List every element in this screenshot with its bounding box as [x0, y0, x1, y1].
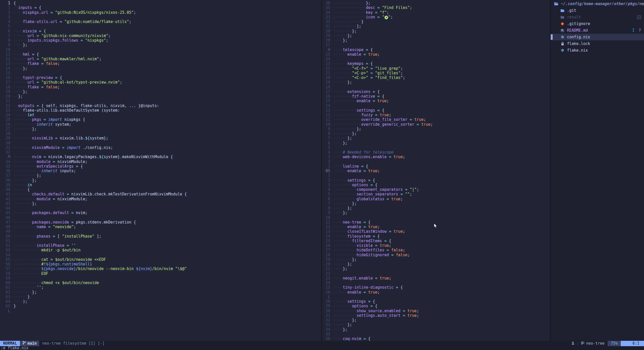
code-line[interactable]: 7········};: [322, 201, 550, 206]
code-line[interactable]: 6····};: [322, 141, 550, 145]
code-line[interactable]: 14······filesystem = {: [322, 234, 550, 239]
command-line[interactable]: :e flake.nix: [0, 346, 644, 350]
code-line[interactable]: 20··};: [0, 94, 321, 99]
code-line[interactable]: 53············mkdir -p $out/bin: [0, 248, 321, 252]
code-line[interactable]: L: [322, 295, 550, 299]
code-line[interactable]: H····telescope = {: [322, 48, 550, 52]
code-line[interactable]: 30: [0, 141, 321, 145]
code-line[interactable]: 15··········enable = true;: [322, 99, 550, 103]
code-line[interactable]: 10············override_generic_sorter = …: [322, 122, 550, 127]
code-line[interactable]: 44: [0, 206, 321, 211]
code-line[interactable]: 2······settings = {: [322, 178, 550, 183]
code-line[interactable]: 29······};: [322, 33, 550, 38]
code-line[interactable]: 49: [0, 229, 321, 234]
code-line[interactable]: 36············inherit inputs;: [0, 169, 321, 173]
code-line[interactable]: 4··········component_separators = "|";: [322, 187, 550, 192]
code-line[interactable]: 12······url = "github:mawkler/hml.nvim";: [0, 57, 321, 61]
tree-item-config-nix[interactable]: ❄config.nix: [551, 34, 644, 40]
code-line[interactable]: 59: [0, 276, 321, 281]
code-line[interactable]: 37··········};: [0, 173, 321, 178]
code-line[interactable]: 47········packages.neovide = pkgs.stdenv…: [0, 220, 321, 225]
code-line[interactable]: 19······};: [322, 80, 550, 85]
code-line[interactable]: 30········};: [322, 29, 550, 33]
code-line[interactable]: 23····neogit.enable = true;: [322, 276, 550, 281]
editor-window-flake-nix[interactable]: 1{1··inputs = {2····nixpkgs.url = "githu…: [0, 0, 321, 341]
tree-item--git[interactable]: .git: [551, 7, 644, 14]
code-line[interactable]: 29········options = {: [322, 304, 550, 308]
code-line[interactable]: 10: [322, 215, 550, 220]
code-line[interactable]: 24: [322, 57, 550, 61]
code-line[interactable]: 1··inputs = {: [0, 5, 321, 10]
code-line[interactable]: 29········nixvimLib = nixvim.lib.${syste…: [0, 136, 321, 141]
code-line[interactable]: 65}: [0, 304, 321, 308]
code-line[interactable]: 8······inputs.nixpkgs.follows = "nixpkgs…: [0, 38, 321, 43]
code-line[interactable]: 62········};: [0, 290, 321, 295]
code-line[interactable]: 11············override_file_sorter = tru…: [322, 117, 550, 122]
code-line[interactable]: 18··········hideGitignored = false;: [322, 253, 550, 257]
code-line[interactable]: 22········"<C-f>" = "live_grep";: [322, 66, 550, 71]
code-line[interactable]: 57············${pkgs.neovide}/bin/neovid…: [0, 266, 321, 271]
code-line[interactable]: 5: [0, 24, 321, 29]
code-line[interactable]: 15: [0, 71, 321, 75]
code-line[interactable]: 10: [0, 48, 321, 52]
code-line[interactable]: 21········"<C-p>" = "git_files";: [322, 71, 550, 75]
code-line[interactable]: 16····typst-preview = {: [0, 75, 321, 80]
code-line[interactable]: 1: [322, 173, 550, 178]
code-line[interactable]: 3········options = {: [322, 183, 550, 187]
code-line[interactable]: 54: [0, 253, 321, 257]
code-line[interactable]: 52··········installPhase = '': [0, 243, 321, 248]
code-line[interactable]: 51: [0, 239, 321, 243]
code-line[interactable]: 18: [322, 85, 550, 89]
code-line[interactable]: 40······{: [0, 187, 321, 192]
code-line[interactable]: 7······url = "github:nix-community/nixvi…: [0, 33, 321, 38]
code-line[interactable]: 9····};: [322, 211, 550, 215]
code-line[interactable]: 38········};: [0, 178, 321, 183]
code-line[interactable]: 24: [322, 281, 550, 285]
code-line[interactable]: 35: [322, 332, 550, 336]
code-line[interactable]: 13······flake = false;: [0, 61, 321, 66]
code-line[interactable]: 27········};: [0, 127, 321, 131]
code-line[interactable]: 4····# Needed for telescope: [322, 150, 550, 155]
code-line[interactable]: 28····};: [322, 38, 550, 43]
code-line[interactable]: 21····};: [322, 266, 550, 271]
code-line[interactable]: 32········};: [322, 318, 550, 322]
code-line[interactable]: 5: [322, 145, 550, 150]
code-line[interactable]: 41········checks.default = nixvimLib.che…: [0, 192, 321, 196]
code-line[interactable]: 13······closeIfLastWindow = true;: [322, 229, 550, 234]
code-line[interactable]: 33··············icon = "";: [322, 15, 550, 19]
tree-item-readme-md[interactable]: M↓README.mdI?: [551, 27, 644, 34]
code-line[interactable]: 26······enable = true;: [322, 290, 550, 295]
code-line[interactable]: 35··············desc = "Find Files";: [322, 5, 550, 10]
code-line[interactable]: 35··········extraSpecialArgs = {: [0, 164, 321, 169]
tree-item--gitignore[interactable]: .gitignore: [551, 20, 644, 27]
code-line[interactable]: 61··········'';: [0, 285, 321, 290]
code-line[interactable]: 5··········section_separators = "";: [322, 192, 550, 196]
code-line[interactable]: 23····flake-utils.lib.eachDefaultSystem …: [0, 108, 321, 113]
code-line[interactable]: 16··········visible = true;: [322, 243, 550, 248]
code-line[interactable]: 33······};: [322, 322, 550, 327]
code-line[interactable]: 39······in: [0, 183, 321, 187]
code-line[interactable]: 28: [0, 131, 321, 136]
code-line[interactable]: 20········"<C-o>" = "find_files";: [322, 75, 550, 80]
code-line[interactable]: 46: [0, 215, 321, 220]
code-line[interactable]: 1····lualine = {: [322, 164, 550, 169]
tree-item-flake-nix[interactable]: ❄flake.nix: [551, 47, 644, 54]
code-line[interactable]: 8······};: [322, 206, 550, 211]
code-line[interactable]: 21: [0, 99, 321, 103]
code-line[interactable]: 48··········name = "neovide";: [0, 225, 321, 229]
code-line[interactable]: 42··········module = nixvimModule;: [0, 197, 321, 201]
git-branch-segment[interactable]: main: [20, 341, 39, 346]
code-line[interactable]: 34··········module = nixvimModule;: [0, 159, 321, 164]
code-line[interactable]: 60············chmod +x $out/bin/neovide: [0, 281, 321, 285]
code-line[interactable]: 19········};: [322, 257, 550, 262]
code-line[interactable]: 55············cat > $out/bin/neovide <<E…: [0, 257, 321, 262]
code-line[interactable]: 64····);: [0, 299, 321, 304]
code-line[interactable]: 34··············key = "f";: [322, 10, 550, 15]
code-line[interactable]: 19····};: [0, 89, 321, 94]
code-line[interactable]: 3····web-devicons.enable = true;: [322, 155, 550, 159]
code-line[interactable]: 18······flake = false;: [0, 85, 321, 89]
code-line[interactable]: 34····};: [322, 327, 550, 332]
code-line[interactable]: 17··········hideDotfiles = false;: [322, 248, 550, 252]
code-line[interactable]: 25······enable = true;: [322, 52, 550, 57]
code-line[interactable]: 31··········settings.auto_start = true;: [322, 313, 550, 318]
